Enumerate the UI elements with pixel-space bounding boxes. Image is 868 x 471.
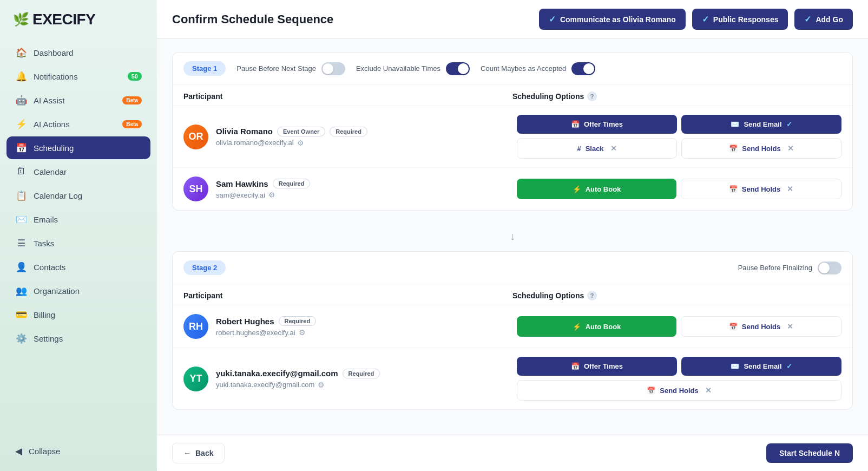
sam-actions-row1: ⚡ Auto Book 📅 Send Holds ✕: [517, 179, 841, 199]
exclude-unavailable-toggle[interactable]: [446, 62, 470, 75]
offer-times-label: Offer Times: [584, 120, 623, 128]
yuki-actions-row2: 📅 Send Holds ✕: [517, 380, 841, 401]
collapse-button[interactable]: ◀ Collapse: [6, 440, 150, 462]
robert-auto-book-button[interactable]: ⚡ Auto Book: [517, 316, 676, 337]
olivia-send-email-button[interactable]: ✉️ Send Email ✓: [681, 115, 841, 134]
main-header: Confirm Schedule Sequence ✓ Communicate …: [157, 0, 868, 39]
sidebar-item-ai-actions[interactable]: ⚡ AI Actions Beta: [6, 113, 150, 135]
sidebar-item-ai-assist[interactable]: 🤖 AI Assist Beta: [6, 89, 150, 112]
sidebar-item-label: Scheduling: [34, 143, 74, 153]
sidebar-item-contacts[interactable]: 👤 Contacts: [6, 256, 150, 278]
send-email-icon: ✉️: [731, 120, 739, 128]
yuki-info: YT yuki.tanaka.execify@gmail.com Require…: [183, 367, 508, 391]
settings-icon: ⚙️: [15, 332, 27, 344]
sam-holds-icon: 📅: [729, 185, 738, 193]
org-icon: 👥: [15, 285, 27, 297]
stage2-scheduling-col-header: Scheduling Options ?: [512, 291, 841, 300]
back-button[interactable]: ← Back: [172, 443, 225, 463]
sidebar-item-label: Billing: [34, 310, 55, 319]
sidebar-item-label: AI Assist: [34, 96, 65, 105]
auto-book-label: Auto Book: [586, 185, 621, 193]
send-email-label: Send Email: [744, 120, 781, 128]
sidebar-item-label: Organization: [34, 286, 80, 296]
sidebar-item-billing[interactable]: 💳 Billing: [6, 303, 150, 326]
yuki-send-holds-button[interactable]: 📅 Send Holds ✕: [517, 380, 841, 401]
stage1-pause-option: Pause Before Next Stage: [236, 62, 345, 75]
stage2-badge: Stage 2: [183, 260, 226, 275]
robert-name: Robert Hughes Required: [216, 316, 316, 326]
stage2-scheduling-help-icon[interactable]: ?: [587, 291, 597, 300]
sidebar: 🌿 EXECIFY 🏠 Dashboard 🔔 Notifications 50…: [0, 0, 157, 471]
stage1-badge: Stage 1: [183, 61, 226, 76]
communicate-button[interactable]: ✓ Communicate as Olivia Romano: [539, 9, 686, 30]
sidebar-item-label: Contacts: [34, 263, 65, 272]
back-arrow-icon: ←: [183, 449, 191, 457]
communicate-label: Communicate as Olivia Romano: [560, 15, 676, 24]
scheduling-help-icon[interactable]: ?: [587, 91, 597, 101]
olivia-send-holds-button[interactable]: 📅 Send Holds ✕: [681, 138, 841, 159]
robert-holds-close-icon[interactable]: ✕: [787, 322, 793, 331]
sidebar-item-notifications[interactable]: 🔔 Notifications 50: [6, 65, 150, 88]
robert-settings-icon[interactable]: ⚙: [299, 328, 306, 337]
robert-actions-row1: ⚡ Auto Book 📅 Send Holds ✕: [517, 316, 841, 337]
robert-email: robert.hughes@execify.ai ⚙: [216, 328, 316, 337]
olivia-settings-icon[interactable]: ⚙: [297, 139, 304, 147]
sidebar-item-settings[interactable]: ⚙️ Settings: [6, 327, 150, 350]
robert-actions: ⚡ Auto Book 📅 Send Holds ✕: [517, 316, 841, 337]
stage2-card: Stage 2 Pause Before Finalizing Particip…: [172, 251, 853, 410]
yuki-send-email-label: Send Email: [744, 362, 781, 370]
contacts-icon: 👤: [15, 261, 27, 273]
robert-send-holds-button[interactable]: 📅 Send Holds ✕: [681, 316, 841, 337]
robert-auto-book-icon: ⚡: [573, 323, 581, 331]
auto-book-icon: ⚡: [573, 185, 581, 193]
sidebar-item-calendar-log[interactable]: 📋 Calendar Log: [6, 184, 150, 207]
nav-items: 🏠 Dashboard 🔔 Notifications 50 🤖 AI Assi…: [0, 37, 157, 434]
sam-send-holds-button[interactable]: 📅 Send Holds ✕: [681, 179, 841, 199]
robert-auto-book-label: Auto Book: [586, 323, 621, 331]
sidebar-item-organization[interactable]: 👥 Organization: [6, 279, 150, 302]
yuki-email: yuki.tanaka.execify@gmail.com ⚙: [216, 381, 380, 389]
sam-auto-book-button[interactable]: ⚡ Auto Book: [517, 179, 676, 199]
check-icon: ✓: [549, 14, 556, 24]
slack-close-icon[interactable]: ✕: [610, 144, 617, 153]
sam-required-tag: Required: [273, 179, 311, 188]
sidebar-item-emails[interactable]: ✉️ Emails: [6, 208, 150, 231]
olivia-slack-button[interactable]: # Slack ✕: [517, 138, 677, 159]
holds-close-icon[interactable]: ✕: [787, 144, 794, 153]
pause-next-toggle[interactable]: [321, 62, 345, 75]
yuki-settings-icon[interactable]: ⚙: [318, 381, 325, 389]
robert-avatar: RH: [183, 314, 208, 339]
yuki-actions-row1: 📅 Offer Times ✉️ Send Email ✓: [517, 357, 841, 376]
stage-separator: ↓: [172, 221, 853, 251]
calendar-log-icon: 📋: [15, 189, 27, 201]
olivia-actions: 📅 Offer Times ✉️ Send Email ✓ # Slack: [517, 115, 841, 159]
yuki-send-email-button[interactable]: ✉️ Send Email ✓: [681, 357, 841, 376]
stage1-header: Stage 1 Pause Before Next Stage Exclude …: [173, 53, 852, 85]
olivia-offer-times-button[interactable]: 📅 Offer Times: [517, 115, 677, 134]
sidebar-item-label: Calendar Log: [34, 191, 82, 200]
yuki-holds-close-icon[interactable]: ✕: [705, 386, 712, 395]
start-schedule-button[interactable]: Start Schedule N: [766, 443, 853, 463]
pause-finalizing-toggle[interactable]: [818, 261, 841, 274]
yuki-send-holds-label: Send Holds: [660, 387, 699, 395]
check-icon-2: ✓: [702, 14, 709, 24]
sam-settings-icon[interactable]: ⚙: [268, 191, 275, 199]
olivia-details: Olivia Romano Event Owner Required olivi…: [216, 127, 367, 147]
sidebar-item-scheduling[interactable]: 📅 Scheduling: [6, 136, 150, 159]
stage2-header: Stage 2 Pause Before Finalizing: [173, 252, 852, 284]
email-icon: ✉️: [15, 213, 27, 225]
page-title: Confirm Schedule Sequence: [172, 12, 532, 27]
sidebar-item-tasks[interactable]: ☰ Tasks: [6, 232, 150, 254]
participant-row-sam: SH Sam Hawkins Required sam@execify.ai ⚙: [173, 168, 852, 210]
logo-icon: 🌿: [13, 12, 29, 27]
public-responses-button[interactable]: ✓ Public Responses: [692, 9, 788, 30]
yuki-offer-times-button[interactable]: 📅 Offer Times: [517, 357, 677, 376]
sidebar-item-calendar[interactable]: 🗓 Calendar: [6, 160, 150, 183]
sidebar-item-dashboard[interactable]: 🏠 Dashboard: [6, 41, 150, 64]
sam-holds-close-icon[interactable]: ✕: [787, 185, 793, 193]
add-go-button[interactable]: ✓ Add Go: [794, 9, 853, 30]
robert-details: Robert Hughes Required robert.hughes@exe…: [216, 316, 316, 337]
count-maybes-toggle[interactable]: [571, 62, 595, 75]
scheduling-icon: 📅: [15, 142, 27, 154]
pause-finalizing-label: Pause Before Finalizing: [738, 264, 812, 272]
